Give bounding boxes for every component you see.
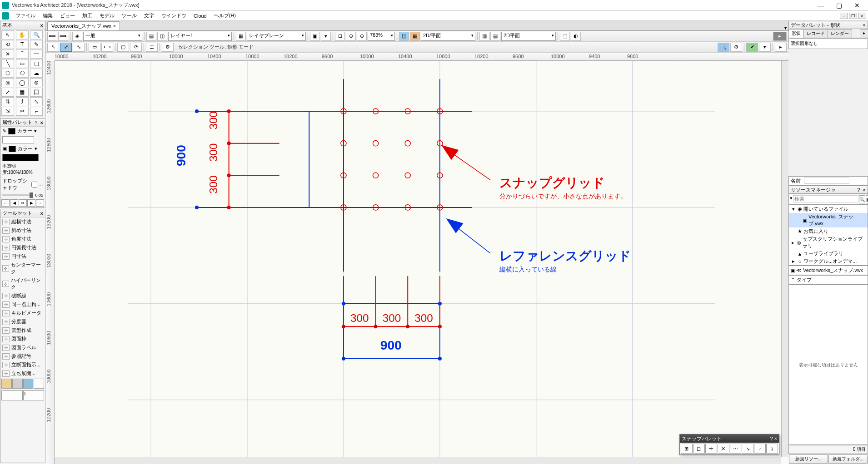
dropdown-icon[interactable]: ▾ — [34, 128, 37, 134]
flyover-tool[interactable]: ⟲ — [1, 40, 14, 49]
data-tab-render[interactable]: レンダー — [828, 29, 852, 38]
forward-button[interactable]: ⟹ — [58, 32, 68, 41]
mode-r1[interactable]: 🔍 — [718, 43, 729, 52]
mirror-tool[interactable]: ⇅ — [1, 97, 14, 106]
sheet-dd-icon[interactable]: ▾ — [321, 32, 331, 41]
doc-restore-button[interactable]: ❐ — [849, 13, 857, 19]
mode-6[interactable]: ▢ — [117, 43, 129, 52]
toolset-item[interactable]: ⊹参照記号 — [0, 352, 45, 360]
line-tool[interactable]: ╲ — [1, 59, 14, 68]
mode-7[interactable]: ⟳ — [130, 43, 142, 52]
menu-file[interactable]: ファイル — [12, 11, 39, 20]
collapse-toolbar-btn[interactable]: ▸ — [773, 32, 787, 41]
render-select[interactable]: 2D平面 — [501, 32, 556, 41]
menu-help[interactable]: ヘルプ(H) — [210, 11, 239, 20]
menu-modify[interactable]: 加工 — [79, 11, 96, 20]
minimize-button[interactable]: — — [812, 0, 830, 10]
breadcrumb[interactable]: ≪ Vectorworks_スナップ.vwx — [796, 267, 863, 274]
text-tool[interactable]: T — [16, 40, 29, 49]
tree-expand-icon[interactable] — [791, 229, 796, 234]
cloud-tool[interactable]: ☁ — [30, 69, 43, 78]
scrollbar-horizontal[interactable] — [55, 457, 781, 464]
oval-tool[interactable]: ◯ — [16, 78, 29, 87]
fill-preview[interactable] — [2, 154, 39, 161]
type-expand-icon[interactable]: ⌃ — [791, 277, 795, 283]
menu-window[interactable]: ウインドウ — [158, 11, 190, 20]
rect-tool[interactable]: ▭ — [16, 59, 29, 68]
search-button[interactable]: 🔍 — [859, 195, 865, 203]
data-palette-close-icon[interactable]: × — [863, 22, 866, 28]
offset-tool[interactable]: ⇲ — [1, 107, 14, 116]
fill-color-swatch[interactable] — [9, 146, 16, 152]
toolset-item[interactable]: ⊹斜め寸法 — [0, 226, 45, 235]
snap-tangent-btn[interactable]: ⤵ — [766, 444, 778, 454]
view-select[interactable]: 2D/平面 — [421, 32, 475, 41]
new-folder-button[interactable]: 新規フォルダ... — [828, 454, 868, 464]
mode-r4[interactable]: ▾ — [759, 43, 771, 52]
render-btn-2[interactable]: ◐ — [571, 32, 581, 41]
tree-expand-icon[interactable] — [796, 217, 802, 223]
tree-expand-icon[interactable]: ▾ — [791, 207, 796, 212]
paint-tool[interactable]: ▦ — [16, 88, 29, 97]
menu-edit[interactable]: 編集 — [39, 11, 56, 20]
menu-tool[interactable]: ツール — [118, 11, 140, 20]
name-input[interactable] — [804, 178, 849, 184]
mode-4[interactable]: ▭ — [89, 43, 100, 52]
toolset-item[interactable]: ⊹ハイパーリンク — [0, 276, 45, 291]
toolset-item[interactable]: ⊹雲型作成 — [0, 326, 45, 335]
tree-row[interactable]: ▸○ワークグル...オンデマ... — [789, 257, 868, 265]
mode-9[interactable]: ⚙ — [162, 43, 174, 52]
toolset-item[interactable]: ⊹同一点上拘... — [0, 300, 45, 309]
snap-close-icon[interactable]: × — [774, 436, 777, 441]
arrow-start-btn[interactable]: ← — [1, 199, 10, 207]
class-select[interactable]: 一般 — [83, 32, 142, 41]
view-mode-4[interactable] — [34, 379, 44, 389]
sheet-icon[interactable]: ▣ — [310, 32, 320, 41]
zoom-in-icon[interactable]: ⊕ — [357, 32, 367, 41]
polyline-tool[interactable]: ⬡ — [1, 69, 14, 78]
toolset-item[interactable]: ⊹円寸法 — [0, 252, 45, 261]
snap-smart-btn[interactable]: ⋯ — [730, 444, 742, 454]
dropdown-icon[interactable]: ▾ — [35, 146, 37, 152]
maximize-button[interactable]: ▢ — [830, 0, 848, 10]
view-mode-5[interactable] — [1, 390, 23, 400]
mode-5[interactable]: ⟷ — [101, 43, 113, 52]
view-mode-1[interactable] — [1, 379, 12, 389]
delete-tool[interactable]: ✕ — [1, 49, 14, 59]
zoom-select[interactable]: 783% — [368, 32, 395, 41]
mode-8[interactable]: ☰ — [146, 43, 158, 52]
zoom-out-icon[interactable]: ⊖ — [346, 32, 356, 41]
toolset-item[interactable]: ⊹図面枠 — [0, 335, 45, 343]
view-mode-6[interactable]: T — [23, 390, 45, 400]
search-grid-button[interactable]: ▦ — [866, 195, 868, 203]
tree-row[interactable]: ▣Vectorworks_スナップ.vwx — [789, 213, 868, 227]
snap-toggle[interactable]: ◫ — [399, 32, 409, 41]
scale-tool[interactable]: ⤡ — [30, 97, 43, 106]
fillet-tool[interactable]: ⌐ — [30, 107, 43, 116]
plane-icon[interactable]: ▦ — [236, 32, 246, 41]
rotate-tool[interactable]: ⤴ — [16, 97, 29, 106]
snap-angle-btn[interactable]: ✛ — [705, 444, 717, 454]
arc-tool[interactable]: ⌒ — [16, 49, 29, 59]
toolset-item[interactable]: ⊹キルビメータ — [0, 309, 45, 317]
toolset-item[interactable]: ⊹立ち展開... — [0, 369, 45, 378]
trim-tool[interactable]: ✂ — [16, 107, 29, 116]
snap-help-icon[interactable]: ? — [770, 436, 773, 441]
toolset-item[interactable]: ⊹円弧長寸法 — [0, 243, 45, 252]
data-tab-shape[interactable]: 形状 — [788, 29, 804, 38]
toolset-item[interactable]: ⊹図面ラベル — [0, 343, 45, 352]
snap-edge-btn[interactable]: ⟋ — [754, 444, 766, 454]
menu-view[interactable]: ビュー — [56, 11, 79, 20]
view-mode-3[interactable] — [23, 379, 34, 389]
thickness-slider[interactable] — [2, 194, 33, 196]
eyedropper-tool[interactable]: ⤢ — [1, 88, 14, 97]
dropshadow-checkbox[interactable] — [31, 182, 37, 188]
polygon-tool[interactable]: ⬠ — [16, 69, 29, 78]
toolset-item[interactable]: ⊹縦横寸法 — [0, 217, 45, 226]
arrow-end-btn[interactable]: → — [36, 199, 44, 207]
snap-grid-btn[interactable]: ⊞ — [681, 444, 693, 454]
back-button[interactable]: ⟸ — [47, 32, 57, 41]
resource-close-icon[interactable]: × — [863, 187, 866, 193]
freehand-tool[interactable]: 〰 — [30, 49, 43, 59]
more-icon[interactable]: … — [38, 182, 43, 187]
